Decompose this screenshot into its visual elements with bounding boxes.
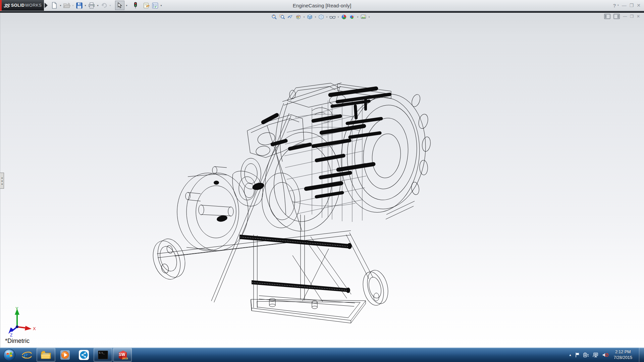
zoom-to-area-icon[interactable] [278, 14, 286, 20]
undo-icon[interactable] [100, 1, 108, 10]
menu-flyout-arrow[interactable] [45, 3, 48, 8]
solidworks-app-icon: SW 2015 [117, 350, 128, 360]
share-app-icon [78, 350, 89, 360]
triad-y-label: Y [15, 306, 18, 311]
view-orientation-icon[interactable] [306, 14, 314, 20]
section-view-dropdown[interactable]: ▾ [303, 14, 306, 20]
open-document-icon[interactable] [63, 1, 71, 10]
section-view-icon[interactable] [294, 14, 302, 20]
taskbar-solidworks[interactable]: SW 2015 [113, 348, 132, 362]
solidworks-window: ▾ ▾ ▾ ▾ ▾ ▾ — ❐ ✕ ◂ ◂ ◂ [0, 0, 644, 362]
taskbar-clock[interactable]: 2:12 PM 7/28/2015 [613, 349, 632, 360]
action-center-flag-icon[interactable] [575, 352, 580, 358]
zoom-to-fit-icon[interactable] [270, 14, 278, 20]
folder-icon [40, 350, 52, 360]
media-player-icon [60, 350, 70, 360]
apply-scene-icon[interactable] [348, 14, 356, 20]
system-tray: ▲ 2:12 PM 7/28/2015 [569, 348, 644, 362]
save-dropdown[interactable]: ▾ [84, 1, 87, 10]
previous-view-icon[interactable] [286, 14, 294, 20]
show-hidden-icons-button[interactable]: ▲ [569, 353, 572, 357]
standard-toolbar: ▾ ▾ ▾ ▾ ▾ ▾ [50, 1, 163, 10]
window-controls: ? ▾ — ❐ ✕ [613, 0, 641, 11]
apply-scene-dropdown[interactable]: ▾ [356, 14, 359, 20]
hide-show-items-dropdown[interactable]: ▾ [337, 14, 340, 20]
taskbar-internet-explorer[interactable]: e [18, 348, 36, 361]
start-button[interactable] [1, 348, 17, 362]
view-orientation-dropdown[interactable]: ▾ [314, 14, 317, 20]
heads-up-view-toolbar: ▾ ▾ ▾ ▾ ▾ ▾ [270, 14, 371, 20]
taskbar-media-player[interactable] [56, 348, 74, 361]
undo-dropdown[interactable]: ▾ [108, 1, 112, 10]
expand-pane-icon[interactable] [613, 14, 620, 19]
minimize-button[interactable]: — [622, 3, 627, 8]
brand-solid: SOLID [11, 3, 25, 8]
display-style-dropdown[interactable]: ▾ [325, 14, 328, 20]
show-desktop-button[interactable] [639, 348, 644, 362]
doc-minimize-button[interactable]: — [623, 14, 627, 19]
sw-year: 2015 [122, 357, 128, 360]
hide-show-items-icon[interactable] [329, 14, 336, 20]
doc-close-button[interactable]: ✕ [637, 14, 640, 19]
power-plug-icon[interactable] [583, 352, 589, 358]
command-prompt-icon: C:\_ [98, 351, 108, 359]
taskbar-command-prompt[interactable]: C:\_ [94, 348, 112, 362]
sw-letters: SW [119, 352, 125, 357]
restore-button[interactable]: ❐ [630, 3, 634, 8]
taskbar: e [0, 348, 644, 362]
help-dropdown[interactable]: ▾ [618, 4, 619, 7]
file-properties-icon[interactable] [143, 1, 151, 10]
view-settings-icon[interactable] [360, 14, 367, 20]
ds-logo-mark: 3S [3, 3, 10, 8]
doc-restore-button[interactable]: ❐ [630, 14, 634, 19]
print-dropdown[interactable]: ▾ [96, 1, 100, 10]
select-dropdown[interactable]: ▾ [125, 1, 128, 10]
view-settings-dropdown[interactable]: ▾ [368, 14, 371, 20]
cursor-arrow-icon [117, 2, 122, 8]
taskbar-share-app[interactable] [75, 348, 93, 361]
help-button[interactable]: ? [613, 3, 616, 8]
brand-works: WORKS [25, 3, 42, 8]
print-icon[interactable] [88, 1, 96, 10]
display-style-icon[interactable] [317, 14, 325, 20]
tab-arrow-icon: ◂ [1, 180, 3, 182]
open-dropdown[interactable]: ▾ [71, 1, 75, 10]
options-dropdown[interactable]: ▾ [159, 1, 163, 10]
graphics-area[interactable] [0, 13, 644, 348]
feature-manager-collapsed-tab[interactable]: ◂ ◂ ◂ [0, 173, 4, 189]
select-tool-active[interactable] [115, 1, 124, 10]
clock-time: 2:12 PM [613, 349, 632, 355]
volume-muted-icon[interactable] [602, 352, 609, 358]
options-icon[interactable] [151, 1, 159, 10]
tab-arrow-icon: ◂ [1, 183, 3, 185]
tab-arrow-icon: ◂ [1, 177, 3, 179]
edit-appearance-icon[interactable] [340, 14, 348, 20]
solidworks-logo: 3S SOLID WORKS [2, 0, 44, 11]
reference-triad: Y X Z [3, 306, 40, 337]
clock-date: 7/28/2015 [613, 355, 632, 360]
new-document-icon[interactable] [50, 1, 58, 10]
document-window-controls: — ❐ ✕ [604, 14, 640, 19]
rebuild-stoplight-icon[interactable] [131, 1, 140, 10]
title-bar: 3S SOLID WORKS EngineCasing [Read-only] … [0, 0, 644, 11]
taskbar-windows-explorer[interactable] [37, 348, 55, 362]
close-button[interactable]: ✕ [637, 3, 641, 8]
new-dropdown[interactable]: ▾ [59, 1, 62, 10]
internet-explorer-icon: e [21, 350, 33, 360]
network-icon[interactable] [593, 352, 599, 358]
view-orientation-label: *Dimetric [5, 338, 30, 345]
triad-x-label: X [33, 326, 36, 331]
collapse-pane-icon[interactable] [604, 14, 610, 19]
triad-z-label: Z [10, 333, 12, 337]
save-icon[interactable] [75, 1, 83, 10]
